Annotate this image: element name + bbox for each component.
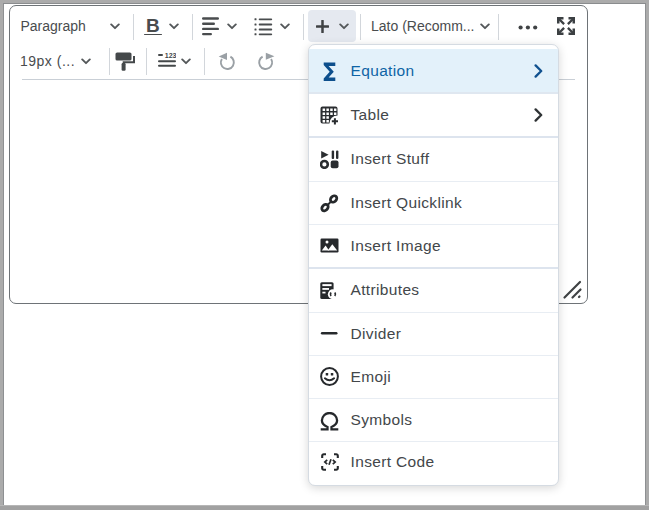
svg-text:123: 123 — [164, 52, 175, 59]
